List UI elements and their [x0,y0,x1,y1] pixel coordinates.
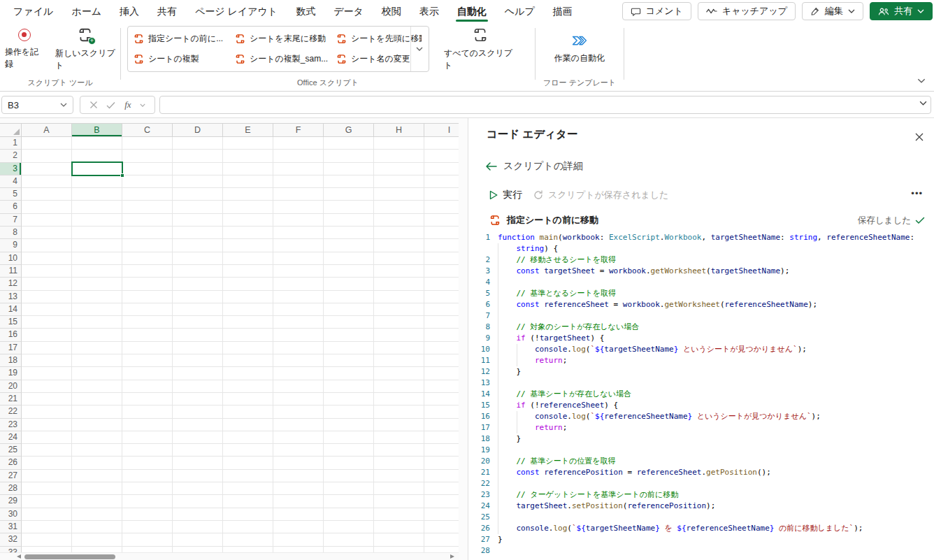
cell-A22[interactable] [22,405,72,418]
cell-H31[interactable] [374,521,424,533]
cell-F15[interactable] [273,316,324,329]
row-header-25[interactable]: 25 [0,444,22,457]
share-button[interactable]: 共有 [870,2,933,20]
cell-C16[interactable] [122,329,173,341]
select-all-corner[interactable] [0,123,22,137]
cell-B5[interactable] [72,188,122,201]
row-header-22[interactable]: 22 [0,405,22,418]
cell-F20[interactable] [273,380,324,393]
cell-G18[interactable] [324,354,374,367]
cell-F21[interactable] [273,393,324,405]
cell-F5[interactable] [273,188,324,201]
cell-E17[interactable] [223,342,273,354]
row-header-5[interactable]: 5 [0,188,22,201]
row-header-14[interactable]: 14 [0,303,22,316]
row-header-4[interactable]: 4 [0,175,22,188]
cell-D5[interactable] [173,188,223,201]
name-box[interactable]: B3 [1,96,73,114]
cell-I28[interactable] [424,482,459,495]
cell-A4[interactable] [22,175,72,188]
cell-A8[interactable] [22,227,72,239]
cell-F32[interactable] [273,533,324,546]
cell-I30[interactable] [424,508,459,521]
cell-E15[interactable] [223,316,273,329]
cell-F25[interactable] [273,444,324,457]
cell-F2[interactable] [273,150,324,162]
cell-I3[interactable] [424,163,459,175]
cell-I17[interactable] [424,342,459,354]
cell-H5[interactable] [374,188,424,201]
cell-G12[interactable] [324,278,374,290]
row-header-32[interactable]: 32 [0,533,22,546]
cell-I15[interactable] [424,316,459,329]
cell-D3[interactable] [173,163,223,175]
cell-B28[interactable] [72,482,122,495]
cell-E27[interactable] [223,470,273,482]
cell-B2[interactable] [72,150,122,162]
cell-F11[interactable] [273,265,324,278]
formula-input[interactable] [159,96,931,114]
cell-C5[interactable] [122,188,173,201]
column-header-H[interactable]: H [374,123,424,137]
cell-C15[interactable] [122,316,173,329]
cell-G23[interactable] [324,419,374,431]
cell-D12[interactable] [173,278,223,290]
cell-F1[interactable] [273,137,324,150]
cell-A5[interactable] [22,188,72,201]
tab-自動化[interactable]: 自動化 [448,0,496,22]
cell-G20[interactable] [324,380,374,393]
cell-B26[interactable] [72,457,122,469]
tab-ページ レイアウト[interactable]: ページ レイアウト [186,0,287,22]
column-header-I[interactable]: I [424,123,459,137]
confirm-icon[interactable] [106,101,115,109]
cell-A16[interactable] [22,329,72,341]
cell-F26[interactable] [273,457,324,469]
cell-H19[interactable] [374,367,424,380]
cell-I32[interactable] [424,533,459,546]
cell-B19[interactable] [72,367,122,380]
cell-C11[interactable] [122,265,173,278]
cell-I24[interactable] [424,431,459,444]
cell-G9[interactable] [324,239,374,252]
cell-A15[interactable] [22,316,72,329]
row-header-26[interactable]: 26 [0,457,22,469]
cell-C27[interactable] [122,470,173,482]
cell-I21[interactable] [424,393,459,405]
cell-F3[interactable] [273,163,324,175]
cell-D4[interactable] [173,175,223,188]
row-header-7[interactable]: 7 [0,214,22,227]
cell-H17[interactable] [374,342,424,354]
automate-work-button[interactable]: 作業の自動化 [549,34,610,64]
cell-H6[interactable] [374,201,424,213]
ribbon-collapse-button[interactable] [917,74,926,87]
cell-E32[interactable] [223,533,273,546]
row-header-13[interactable]: 13 [0,291,22,303]
cell-H24[interactable] [374,431,424,444]
row-header-23[interactable]: 23 [0,419,22,431]
cell-G10[interactable] [324,252,374,265]
cell-F27[interactable] [273,470,324,482]
cell-F31[interactable] [273,521,324,533]
cell-C6[interactable] [122,201,173,213]
cell-H10[interactable] [374,252,424,265]
cell-G2[interactable] [324,150,374,162]
cell-A21[interactable] [22,393,72,405]
cell-F24[interactable] [273,431,324,444]
row-header-16[interactable]: 16 [0,329,22,341]
cell-G6[interactable] [324,201,374,213]
cell-I14[interactable] [424,303,459,316]
cell-H15[interactable] [374,316,424,329]
cell-A31[interactable] [22,521,72,533]
cell-A9[interactable] [22,239,72,252]
cell-E19[interactable] [223,367,273,380]
cell-D30[interactable] [173,508,223,521]
cell-D15[interactable] [173,316,223,329]
cell-A3[interactable] [22,163,72,175]
cell-B32[interactable] [72,533,122,546]
cell-G4[interactable] [324,175,374,188]
row-header-12[interactable]: 12 [0,278,22,290]
cell-F13[interactable] [273,291,324,303]
cell-B6[interactable] [72,201,122,213]
cell-B16[interactable] [72,329,122,341]
cell-F18[interactable] [273,354,324,367]
